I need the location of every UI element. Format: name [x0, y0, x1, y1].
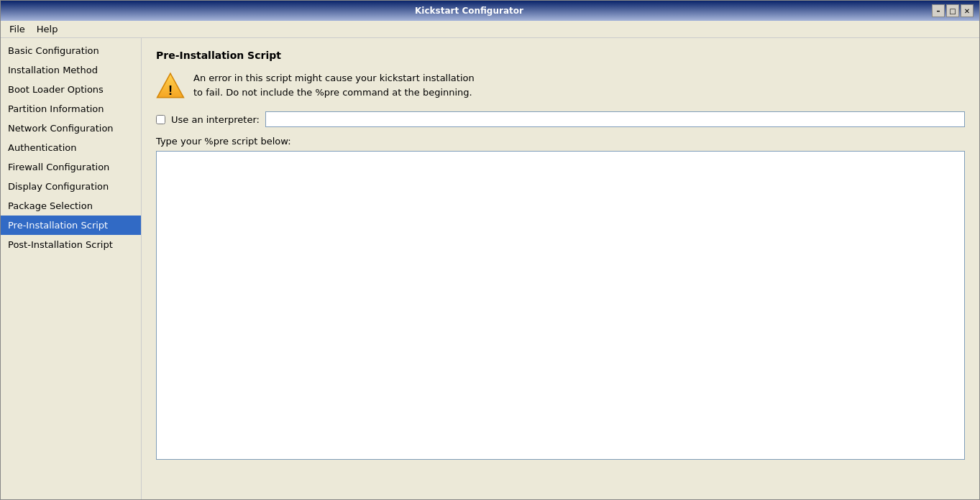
title-bar: Kickstart Configurator – □ ✕ [1, 1, 979, 21]
sidebar-item-display-config[interactable]: Display Configuration [1, 177, 141, 196]
sidebar: Basic Configuration Installation Method … [1, 38, 142, 499]
window-title: Kickstart Configurator [6, 6, 932, 16]
main-window: Kickstart Configurator – □ ✕ File Help B… [0, 0, 980, 500]
content-area: Basic Configuration Installation Method … [1, 38, 979, 499]
sidebar-item-basic-config[interactable]: Basic Configuration [1, 41, 141, 60]
sidebar-item-installation-method[interactable]: Installation Method [1, 60, 141, 80]
page-title: Pre-Installation Script [156, 50, 965, 61]
menu-help[interactable]: Help [31, 22, 64, 36]
warning-line1: An error in this script might cause your… [193, 71, 475, 85]
window-controls: – □ ✕ [932, 4, 974, 17]
interpreter-label: Use an interpreter: [171, 114, 260, 125]
sidebar-item-boot-loader-options[interactable]: Boot Loader Options [1, 80, 141, 99]
script-label: Type your %pre script below: [156, 136, 965, 147]
menu-file[interactable]: File [4, 22, 31, 36]
sidebar-item-network-config[interactable]: Network Configuration [1, 119, 141, 138]
sidebar-item-firewall-config[interactable]: Firewall Configuration [1, 157, 141, 177]
sidebar-item-package-selection[interactable]: Package Selection [1, 196, 141, 216]
warning-text: An error in this script might cause your… [193, 71, 475, 99]
script-textarea[interactable] [156, 151, 965, 460]
main-content: Pre-Installation Script ! [142, 38, 979, 499]
maximize-button[interactable]: □ [946, 4, 959, 17]
sidebar-item-authentication[interactable]: Authentication [1, 138, 141, 157]
menu-bar: File Help [1, 21, 979, 38]
use-interpreter-checkbox[interactable] [156, 115, 165, 124]
sidebar-item-partition-info[interactable]: Partition Information [1, 99, 141, 119]
svg-text:!: ! [168, 83, 173, 98]
warning-line2: to fail. Do not include the %pre command… [193, 85, 475, 100]
warning-icon: ! [156, 71, 185, 100]
interpreter-row: Use an interpreter: [156, 111, 965, 127]
sidebar-item-pre-install-script[interactable]: Pre-Installation Script [1, 216, 141, 235]
minimize-button[interactable]: – [932, 4, 945, 17]
warning-box: ! An error in this script might cause yo… [156, 71, 965, 100]
sidebar-item-post-install-script[interactable]: Post-Installation Script [1, 235, 141, 254]
close-button[interactable]: ✕ [961, 4, 974, 17]
interpreter-input[interactable] [265, 111, 965, 127]
